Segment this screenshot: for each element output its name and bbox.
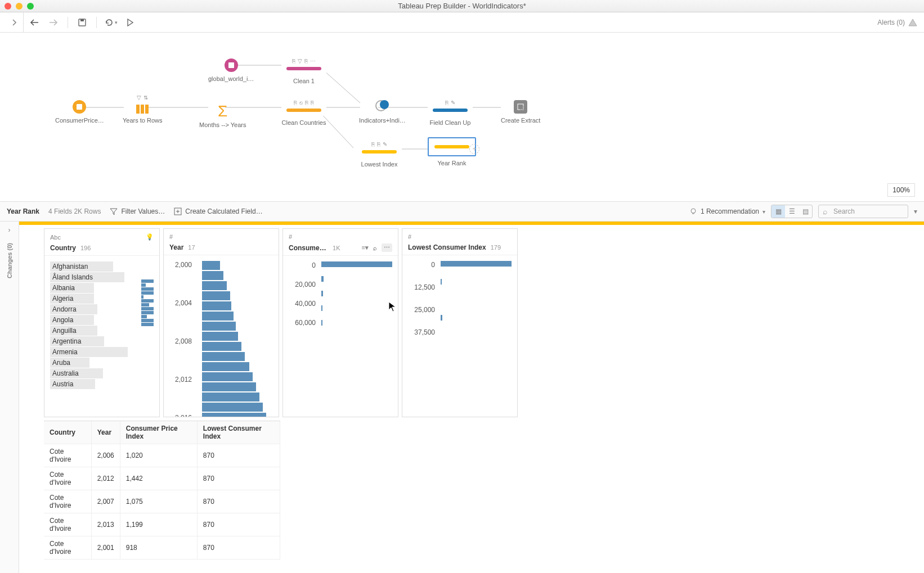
sort-button[interactable]: ≡▾: [362, 244, 369, 251]
zoom-level[interactable]: 100%: [887, 183, 915, 197]
list-item[interactable]: Argentina: [50, 336, 104, 346]
table-row[interactable]: Cote d'Ivoire2,0121,442870: [44, 467, 280, 490]
value-list[interactable]: Afghanistan Åland Islands Albania Algeri…: [50, 261, 134, 389]
list-item[interactable]: Andorra: [50, 304, 97, 314]
table-row[interactable]: Cote d'Ivoire2,0071,075870: [44, 490, 280, 513]
table-header-row: Country Year Consumer Price Index Lowest…: [44, 421, 280, 444]
node-year-rank[interactable]: Year Rank: [428, 137, 476, 166]
field-count: 17: [188, 244, 195, 251]
node-label: Lowest Index: [361, 161, 398, 168]
field-count: 179: [491, 244, 501, 251]
flow-canvas[interactable]: ConsumerPrice… ▽⇅ Years to Rows global_w…: [0, 33, 924, 201]
filter-values-button[interactable]: Filter Values…: [110, 207, 165, 215]
list-item[interactable]: Australia: [50, 368, 103, 378]
profile-view-button[interactable]: ▦: [772, 205, 785, 218]
back-button[interactable]: [26, 15, 43, 30]
field-card-year[interactable]: # Year 17 2,000 2,004 2,008 2,012 2,016: [163, 228, 279, 417]
list-item[interactable]: Afghanistan: [50, 261, 113, 272]
changes-rail[interactable]: › Changes (0): [0, 222, 19, 573]
chevron-right-icon: ›: [8, 226, 11, 234]
step-mini-icons: ▽⇅: [137, 94, 148, 101]
histogram[interactable]: 0 12,500 25,000 37,500: [408, 261, 512, 336]
histogram[interactable]: 2,000 2,004 2,008 2,012 2,016: [169, 261, 273, 417]
list-item[interactable]: Anguilla: [50, 326, 97, 336]
data-source-icon: [225, 58, 238, 72]
recommendations-button[interactable]: 1 Recommendation ▾: [689, 207, 765, 215]
list-view-button[interactable]: ☰: [785, 205, 799, 218]
save-button[interactable]: [74, 15, 91, 30]
histogram[interactable]: 0 20,000 40,000 60,000: [289, 261, 392, 327]
node-clean-countries[interactable]: ⎘⎋⎘⎘ Clean Countries: [281, 96, 326, 126]
step-box-selected: [428, 137, 476, 156]
col-header[interactable]: Year: [91, 421, 120, 444]
mini-histogram: [141, 279, 154, 326]
data-source-icon: [73, 100, 86, 114]
node-label: Indicators+Indi…: [359, 117, 406, 124]
window-title: Tableau Prep Builder - WorldIndicators*: [0, 2, 924, 10]
view-toggle[interactable]: ▦ ☰ ▤: [771, 205, 813, 218]
node-field-cleanup[interactable]: ⎘✎ Field Clean Up: [428, 96, 473, 126]
search-icon[interactable]: ⌕: [373, 245, 377, 251]
node-consumer-price[interactable]: ConsumerPrice…: [55, 100, 104, 124]
step-box: ⎘⎋⎘⎘: [281, 96, 326, 116]
list-item[interactable]: Albania: [50, 283, 94, 293]
list-item[interactable]: Aruba: [50, 358, 89, 368]
field-card-lowest[interactable]: # Lowest Consumer Index 179 0 12,500 25,…: [402, 228, 518, 417]
svg-rect-13: [136, 105, 140, 114]
type-icon: #: [169, 233, 173, 240]
node-months-years[interactable]: Σ Months --> Years: [199, 94, 246, 128]
col-header[interactable]: Country: [44, 421, 91, 444]
forward-button[interactable]: [45, 15, 62, 30]
search-input[interactable]: Search: [818, 205, 908, 218]
node-label: Clean 1: [293, 78, 315, 84]
table-row[interactable]: Cote d'Ivoire2,001918870: [44, 536, 280, 560]
field-name: Consume…: [289, 244, 326, 252]
more-options-button[interactable]: ⋯: [382, 243, 392, 252]
svg-rect-1: [80, 19, 84, 21]
run-output-button[interactable]: [520, 105, 526, 111]
node-years-to-rows[interactable]: ▽⇅ Years to Rows: [123, 94, 163, 124]
create-calc-field-button[interactable]: Create Calculated Field…: [174, 207, 262, 215]
step-box: ⎘✎: [428, 96, 473, 116]
node-label: Field Clean Up: [430, 119, 471, 126]
list-item[interactable]: Algeria: [50, 294, 94, 304]
node-global-world[interactable]: global_world_i…: [208, 58, 254, 82]
main-toolbar: ▾ Alerts (0): [0, 12, 924, 33]
expand-connections-button[interactable]: [5, 12, 24, 32]
svg-rect-16: [228, 62, 234, 68]
node-indicators-join[interactable]: Indicators+Indi…: [359, 100, 406, 124]
svg-rect-14: [141, 105, 144, 114]
list-item[interactable]: Armenia: [50, 347, 128, 357]
add-step-button[interactable]: +: [469, 144, 479, 154]
svg-rect-15: [145, 105, 149, 114]
col-header[interactable]: Lowest Consumer Index: [197, 421, 280, 444]
calc-icon: [174, 207, 182, 215]
step-name: Year Rank: [7, 207, 39, 215]
node-lowest-index[interactable]: ⎘⎘✎ Lowest Index: [357, 137, 402, 168]
data-grid[interactable]: Country Year Consumer Price Index Lowest…: [44, 421, 280, 560]
list-item[interactable]: Åland Islands: [50, 272, 124, 282]
node-create-extract[interactable]: Create Extract: [501, 100, 540, 124]
chevron-down-icon[interactable]: ▾: [914, 207, 917, 215]
node-label: Years to Rows: [123, 117, 163, 124]
bulb-icon[interactable]: 💡: [146, 233, 154, 241]
list-item[interactable]: Austria: [50, 379, 95, 389]
type-icon: #: [408, 233, 411, 240]
node-label: Year Rank: [438, 160, 467, 166]
grid-view-button[interactable]: ▤: [799, 205, 812, 218]
col-header[interactable]: Consumer Price Index: [120, 421, 197, 444]
field-card-country[interactable]: Abc 💡 Country 196 Afghanistan Åland Isla…: [44, 228, 160, 417]
field-name: Year: [169, 243, 183, 251]
type-icon: #: [289, 233, 292, 240]
filter-icon: [110, 207, 118, 215]
alerts-indicator[interactable]: Alerts (0): [877, 19, 917, 26]
field-card-consumer[interactable]: # Consume… 1K ≡▾ ⌕ ⋯: [282, 228, 398, 417]
field-count: 196: [80, 245, 91, 251]
list-item[interactable]: Angola: [50, 315, 94, 325]
run-flow-button[interactable]: [122, 15, 138, 30]
refresh-button[interactable]: ▾: [102, 15, 119, 30]
table-row[interactable]: Cote d'Ivoire2,0131,199870: [44, 513, 280, 536]
svg-point-21: [691, 209, 696, 213]
node-clean1[interactable]: ⎘▽⎘⋯ Clean 1: [281, 54, 326, 84]
table-row[interactable]: Cote d'Ivoire2,0061,020870: [44, 444, 280, 467]
